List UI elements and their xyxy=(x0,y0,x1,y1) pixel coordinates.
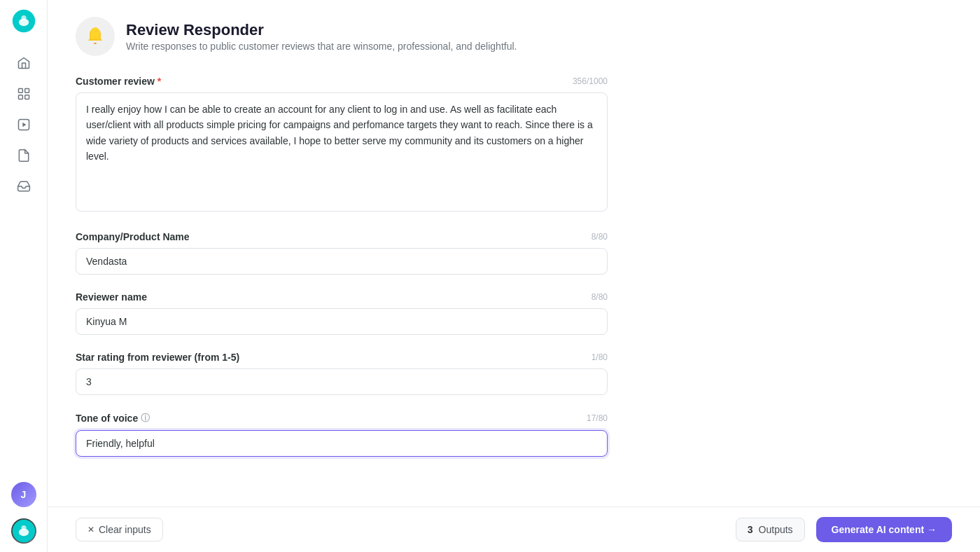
app-logo[interactable] xyxy=(11,8,36,34)
svg-rect-6 xyxy=(24,95,29,99)
bottom-avatar[interactable] xyxy=(11,518,36,544)
tone-of-voice-group: Tone of voice ⓘ 17/80 xyxy=(76,412,608,457)
tone-of-voice-label: Tone of voice ⓘ xyxy=(76,412,150,425)
star-rating-char-count: 1/80 xyxy=(592,352,608,362)
grid-icon[interactable] xyxy=(11,81,36,106)
company-name-group: Company/Product Name 8/80 xyxy=(76,231,608,275)
page-subtitle: Write responses to public customer revie… xyxy=(126,41,517,52)
company-name-label: Company/Product Name xyxy=(76,231,190,242)
clear-inputs-button[interactable]: ✕ Clear inputs xyxy=(76,518,163,541)
generate-ai-content-button[interactable]: Generate AI content → xyxy=(816,517,952,542)
reviewer-name-label: Reviewer name xyxy=(76,291,147,303)
header-icon xyxy=(76,17,115,56)
tone-of-voice-label-row: Tone of voice ⓘ 17/80 xyxy=(76,412,608,425)
company-name-char-count: 8/80 xyxy=(592,232,608,242)
svg-rect-5 xyxy=(18,95,22,99)
tone-info-icon[interactable]: ⓘ xyxy=(141,412,150,425)
outputs-label: Outputs xyxy=(759,524,793,535)
form-container: Customer review * 356/1000 I really enjo… xyxy=(76,76,608,523)
reviewer-name-input[interactable] xyxy=(76,308,608,335)
required-marker: * xyxy=(158,76,161,87)
tone-of-voice-char-count: 17/80 xyxy=(587,413,608,423)
bottom-bar: ✕ Clear inputs 3 Outputs Generate AI con… xyxy=(48,506,980,552)
customer-review-label-row: Customer review * 356/1000 xyxy=(76,76,608,87)
star-rating-label-row: Star rating from reviewer (from 1-5) 1/8… xyxy=(76,352,608,363)
outputs-count: 3 xyxy=(748,524,753,535)
header-text: Review Responder Write responses to publ… xyxy=(126,21,517,52)
star-rating-label: Star rating from reviewer (from 1-5) xyxy=(76,352,239,363)
svg-point-11 xyxy=(21,525,26,530)
svg-rect-4 xyxy=(24,89,29,93)
tone-of-voice-input[interactable] xyxy=(76,430,608,457)
customer-review-char-count: 356/1000 xyxy=(573,76,608,86)
reviewer-name-label-row: Reviewer name 8/80 xyxy=(76,291,608,303)
star-rating-input[interactable] xyxy=(76,368,608,395)
user-avatar[interactable]: J xyxy=(11,482,36,507)
star-rating-group: Star rating from reviewer (from 1-5) 1/8… xyxy=(76,352,608,395)
main-content: Review Responder Write responses to publ… xyxy=(48,0,980,552)
customer-review-input[interactable]: I really enjoy how I can be able to crea… xyxy=(76,92,608,212)
inbox-icon[interactable] xyxy=(11,174,36,199)
company-name-input[interactable] xyxy=(76,248,608,275)
outputs-pill: 3 Outputs xyxy=(736,518,805,541)
page-header: Review Responder Write responses to publ… xyxy=(76,17,952,56)
play-icon[interactable] xyxy=(11,112,36,137)
reviewer-name-group: Reviewer name 8/80 xyxy=(76,291,608,335)
clear-x-icon: ✕ xyxy=(88,525,94,534)
customer-review-label: Customer review * xyxy=(76,76,161,87)
svg-marker-8 xyxy=(22,123,26,127)
svg-rect-3 xyxy=(18,89,22,93)
reviewer-name-char-count: 8/80 xyxy=(592,292,608,302)
svg-point-2 xyxy=(21,15,26,20)
sidebar: J xyxy=(0,0,48,552)
customer-review-group: Customer review * 356/1000 I really enjo… xyxy=(76,76,608,214)
company-name-label-row: Company/Product Name 8/80 xyxy=(76,231,608,242)
document-icon[interactable] xyxy=(11,143,36,168)
home-icon[interactable] xyxy=(11,50,36,76)
page-title: Review Responder xyxy=(126,21,517,39)
